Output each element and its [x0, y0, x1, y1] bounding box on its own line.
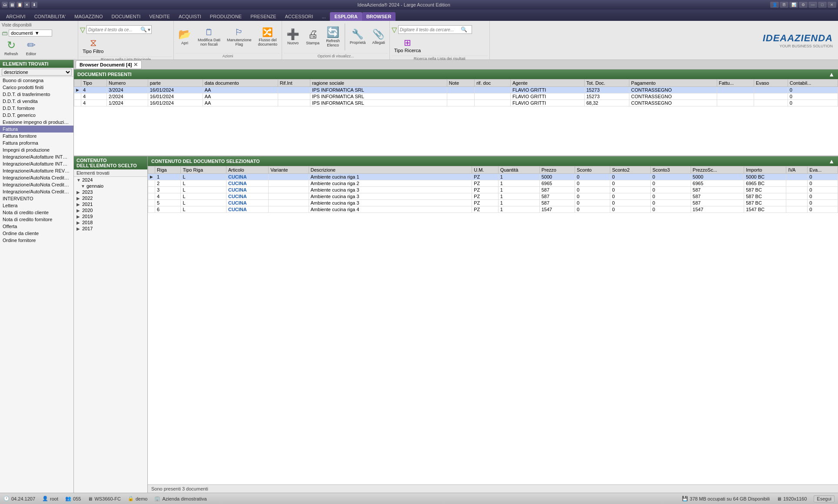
list-item[interactable]: ▼gennaio [74, 183, 147, 189]
list-item-int-nota2[interactable]: Integrazione/AutoNota Credito INTRA... [0, 181, 73, 188]
tab-esplora[interactable]: ESPLORA [330, 12, 362, 21]
tab-browser[interactable]: BROWSER [362, 12, 396, 21]
list-item-impegni[interactable]: Impegni di produzione [0, 146, 73, 153]
apri-btn[interactable]: 📂 Apri [176, 27, 194, 47]
list-item-lettera[interactable]: Lettera [0, 202, 73, 209]
list-item-ordine-cliente[interactable]: Ordine da cliente [0, 230, 73, 237]
search-box-risultati[interactable]: 🔍 [398, 25, 472, 34]
list-item-fattura[interactable]: Fattura [0, 126, 73, 133]
list-item-nota-credito-fornitore[interactable]: Nota di credito fornitore [0, 216, 73, 223]
table-row[interactable]: 4 2/2024 16/01/2024 AA IPS INFORMATICA S… [74, 93, 838, 100]
list-item-ordine-fornitore[interactable]: Ordine fornitore [0, 237, 73, 244]
status-esegui[interactable]: Esegui [814, 495, 835, 502]
list-item-nota-credito-cliente[interactable]: Nota di credito cliente [0, 209, 73, 216]
collapse-top-btn[interactable]: ▲ [828, 71, 835, 78]
app-icon-2[interactable]: ▦ [9, 2, 15, 8]
table-row[interactable]: ▶ 4 3/2024 16/01/2024 AA IPS INFORMATICA… [74, 87, 838, 93]
col-iva[interactable]: IVA [786, 166, 808, 174]
stampa-btn[interactable]: 🖨 Stampa [303, 27, 322, 47]
list-item-ddt-trasfert[interactable]: D.D.T. di trasferimento [0, 91, 73, 98]
app-icon-4[interactable]: ✕ [24, 2, 30, 8]
col-tipo[interactable]: Tipo [81, 80, 107, 87]
tab-more[interactable]: ... [317, 12, 330, 21]
search-input-principale[interactable] [88, 27, 140, 32]
list-item-int-nota1[interactable]: Integrazione/AutoNota Credito INTRA... [0, 174, 73, 181]
col-agente[interactable]: Agente [510, 80, 584, 87]
col-pagamento[interactable]: Pagamento [629, 80, 717, 87]
col-sconto3[interactable]: Sconto3 [650, 166, 691, 174]
table-row[interactable]: ▶ 1 L CUCINA Ambiente cucina riga 1 PZ 1… [148, 174, 838, 180]
win-btn-2[interactable]: 📊 [789, 2, 798, 8]
win-btn-3[interactable]: ⚙ [799, 2, 808, 8]
col-riga[interactable]: Riga [155, 166, 181, 174]
list-item-evasione[interactable]: Evasione impegno di produzione [0, 119, 73, 126]
col-variante[interactable]: Variante [269, 166, 309, 174]
table-row[interactable]: 2 L CUCINA Ambiente cucina riga 2 PZ 1 6… [148, 180, 838, 187]
col-descrizione[interactable]: Descrizione [309, 166, 472, 174]
list-item-int-intra-serv[interactable]: Integrazione/Autofatture INTRA SERV... [0, 160, 73, 167]
tab-presenze[interactable]: PRESENZE [246, 12, 280, 21]
list-item[interactable]: ▶2019 [74, 213, 147, 219]
tab-archivi[interactable]: ARCHIVI [2, 12, 30, 21]
nuovo-btn[interactable]: ➕ Nuovo [284, 27, 302, 47]
list-item[interactable]: ▼2024 [74, 177, 147, 183]
allegati-btn[interactable]: 📎 Allegati [369, 27, 388, 46]
collapse-bottom-btn[interactable]: ▲ [828, 158, 835, 165]
list-item[interactable]: ▶2018 [74, 219, 147, 225]
col-um[interactable]: U.M. [472, 166, 499, 174]
close-btn[interactable]: ✕ [828, 2, 836, 8]
col-parte[interactable]: parte [148, 80, 203, 87]
col-sconto2[interactable]: Sconto2 [610, 166, 651, 174]
col-numero[interactable]: Numero [107, 80, 148, 87]
list-item[interactable]: ▶2020 [74, 207, 147, 213]
tab-accessori[interactable]: ACCESSORI [281, 12, 318, 21]
tab-acquisti[interactable]: ACQUISTI [174, 12, 206, 21]
tab-contabilita[interactable]: CONTABILITA' [30, 12, 70, 21]
list-item-offerta[interactable]: Offerta [0, 223, 73, 230]
col-tipo-riga[interactable]: Tipo Riga [181, 166, 226, 174]
list-item[interactable]: ▶2022 [74, 195, 147, 201]
list-item-int-intra-beni[interactable]: Integrazione/Autofatture INTRA BENI [0, 153, 73, 160]
table-row[interactable]: 6 L CUCINA Ambiente cucina riga 4 PZ 1 1… [148, 206, 838, 213]
list-item-ddt-vendita[interactable]: D.D.T. di vendita [0, 98, 73, 105]
col-qty[interactable]: Quantità [498, 166, 539, 174]
contenuto-table-scroll[interactable]: Riga Tipo Riga Articolo Variante Descriz… [148, 166, 838, 484]
col-rif-doc[interactable]: rif. doc [475, 80, 511, 87]
col-sconto[interactable]: Sconto [575, 166, 610, 174]
list-item-int-nota3[interactable]: Integrazione/AutoNota Credito REVER... [0, 188, 73, 195]
list-item-int-reverse[interactable]: Integrazione/Autofatture REVERSE C... [0, 167, 73, 174]
list-item[interactable]: ▶2017 [74, 225, 147, 232]
tipo-filtro-btn[interactable]: ⧖ Tipo Filtro [80, 36, 106, 56]
table-row[interactable]: 3 L CUCINA Ambiente cucina riga 3 PZ 1 5… [148, 187, 838, 193]
editor-btn[interactable]: ✏ Editor [23, 38, 40, 58]
col-rif-int[interactable]: Rif.Int [278, 80, 310, 87]
tab-produzione[interactable]: PRODUZIONE [206, 12, 246, 21]
list-item-fattura-proforma[interactable]: Fattura proforma [0, 139, 73, 146]
refresh-elenco-btn[interactable]: 🔄 RefreshElenco [323, 25, 343, 49]
list-item-ddt-generico[interactable]: D.D.T. generico [0, 112, 73, 119]
search-dropdown-arrow[interactable]: ▼ [147, 27, 151, 32]
tab-close-btn[interactable]: ✕ [133, 62, 138, 68]
app-icon-3[interactable]: 📋 [17, 2, 23, 8]
list-item-ddt-fornitore[interactable]: D.D.T. fornitore [0, 105, 73, 112]
list-item[interactable]: ▶2021 [74, 201, 147, 207]
flusso-documento-btn[interactable]: 🔀 Flusso deldocumento [256, 26, 280, 48]
table-row[interactable]: 4 1/2024 16/01/2024 AA IPS INFORMATICA S… [74, 100, 838, 106]
list-item[interactable]: ▶2023 [74, 189, 147, 195]
documenti-table-scroll[interactable]: Tipo Numero parte data documento Rif.Int… [74, 79, 838, 156]
list-item-carico[interactable]: Carico prodotti finiti [0, 84, 73, 91]
tree-scroll[interactable]: ▼2024▼gennaio▶2023▶2022▶2021▶2020▶2019▶2… [74, 177, 147, 493]
manutenzione-flag-btn[interactable]: 🏳 ManutenzioneFlag [224, 26, 254, 48]
tab-vendite[interactable]: VENDITE [145, 12, 174, 21]
list-item-fattura-fornitore[interactable]: Fattura fornitore [0, 133, 73, 139]
search-input-risultati[interactable] [400, 27, 461, 32]
viste-dropdown[interactable]: documenti ▼ [9, 30, 52, 36]
user-icon-btn[interactable]: 👤 [770, 2, 779, 8]
col-prezzosc[interactable]: PrezzoSc... [691, 166, 744, 174]
minimize-btn[interactable]: — [808, 2, 817, 8]
list-item-intervento[interactable]: INTERVENTO [0, 195, 73, 202]
win-btn-1[interactable]: 🖹 [780, 2, 788, 8]
app-icon-5[interactable]: ⬇ [31, 2, 37, 8]
list-item-buono-consegna[interactable]: Buono di consegna [0, 77, 73, 84]
col-note[interactable]: Note [447, 80, 474, 87]
